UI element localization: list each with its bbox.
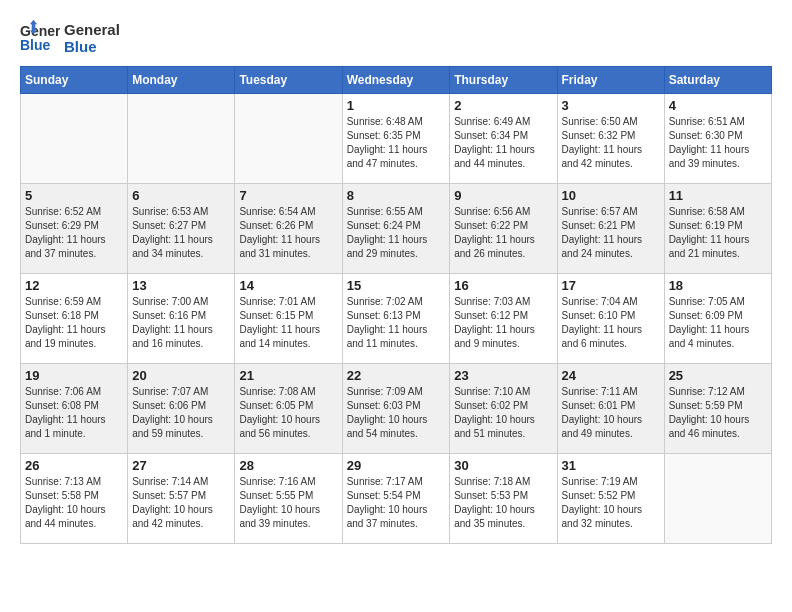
- day-info: Sunrise: 7:11 AM Sunset: 6:01 PM Dayligh…: [562, 385, 660, 441]
- day-info: Sunrise: 6:58 AM Sunset: 6:19 PM Dayligh…: [669, 205, 767, 261]
- day-info: Sunrise: 7:14 AM Sunset: 5:57 PM Dayligh…: [132, 475, 230, 531]
- day-info: Sunrise: 7:05 AM Sunset: 6:09 PM Dayligh…: [669, 295, 767, 351]
- calendar-cell: 25Sunrise: 7:12 AM Sunset: 5:59 PM Dayli…: [664, 364, 771, 454]
- calendar-cell: 5Sunrise: 6:52 AM Sunset: 6:29 PM Daylig…: [21, 184, 128, 274]
- day-info: Sunrise: 7:07 AM Sunset: 6:06 PM Dayligh…: [132, 385, 230, 441]
- day-info: Sunrise: 7:16 AM Sunset: 5:55 PM Dayligh…: [239, 475, 337, 531]
- day-info: Sunrise: 7:02 AM Sunset: 6:13 PM Dayligh…: [347, 295, 446, 351]
- day-info: Sunrise: 7:12 AM Sunset: 5:59 PM Dayligh…: [669, 385, 767, 441]
- day-number: 17: [562, 278, 660, 293]
- day-number: 15: [347, 278, 446, 293]
- day-info: Sunrise: 6:51 AM Sunset: 6:30 PM Dayligh…: [669, 115, 767, 171]
- logo-general: General: [64, 21, 120, 38]
- calendar-cell: 8Sunrise: 6:55 AM Sunset: 6:24 PM Daylig…: [342, 184, 450, 274]
- calendar-header-row: SundayMondayTuesdayWednesdayThursdayFrid…: [21, 67, 772, 94]
- day-info: Sunrise: 7:04 AM Sunset: 6:10 PM Dayligh…: [562, 295, 660, 351]
- calendar-cell: 9Sunrise: 6:56 AM Sunset: 6:22 PM Daylig…: [450, 184, 557, 274]
- day-number: 7: [239, 188, 337, 203]
- weekday-header-sunday: Sunday: [21, 67, 128, 94]
- day-number: 8: [347, 188, 446, 203]
- day-number: 24: [562, 368, 660, 383]
- calendar-cell: 21Sunrise: 7:08 AM Sunset: 6:05 PM Dayli…: [235, 364, 342, 454]
- calendar-week-row: 26Sunrise: 7:13 AM Sunset: 5:58 PM Dayli…: [21, 454, 772, 544]
- day-number: 10: [562, 188, 660, 203]
- calendar-table: SundayMondayTuesdayWednesdayThursdayFrid…: [20, 66, 772, 544]
- day-info: Sunrise: 7:01 AM Sunset: 6:15 PM Dayligh…: [239, 295, 337, 351]
- calendar-cell: 6Sunrise: 6:53 AM Sunset: 6:27 PM Daylig…: [128, 184, 235, 274]
- day-number: 13: [132, 278, 230, 293]
- svg-text:Blue: Blue: [20, 37, 51, 53]
- calendar-week-row: 1Sunrise: 6:48 AM Sunset: 6:35 PM Daylig…: [21, 94, 772, 184]
- calendar-cell: 18Sunrise: 7:05 AM Sunset: 6:09 PM Dayli…: [664, 274, 771, 364]
- calendar-cell: 24Sunrise: 7:11 AM Sunset: 6:01 PM Dayli…: [557, 364, 664, 454]
- calendar-week-row: 5Sunrise: 6:52 AM Sunset: 6:29 PM Daylig…: [21, 184, 772, 274]
- day-number: 16: [454, 278, 552, 293]
- calendar-cell: [21, 94, 128, 184]
- day-info: Sunrise: 6:49 AM Sunset: 6:34 PM Dayligh…: [454, 115, 552, 171]
- calendar-cell: 31Sunrise: 7:19 AM Sunset: 5:52 PM Dayli…: [557, 454, 664, 544]
- page-header: General Blue General Blue: [20, 20, 772, 56]
- calendar-cell: 7Sunrise: 6:54 AM Sunset: 6:26 PM Daylig…: [235, 184, 342, 274]
- calendar-cell: 20Sunrise: 7:07 AM Sunset: 6:06 PM Dayli…: [128, 364, 235, 454]
- calendar-cell: 28Sunrise: 7:16 AM Sunset: 5:55 PM Dayli…: [235, 454, 342, 544]
- weekday-header-monday: Monday: [128, 67, 235, 94]
- calendar-week-row: 12Sunrise: 6:59 AM Sunset: 6:18 PM Dayli…: [21, 274, 772, 364]
- day-number: 11: [669, 188, 767, 203]
- day-number: 12: [25, 278, 123, 293]
- day-info: Sunrise: 7:10 AM Sunset: 6:02 PM Dayligh…: [454, 385, 552, 441]
- day-number: 18: [669, 278, 767, 293]
- day-number: 27: [132, 458, 230, 473]
- day-number: 1: [347, 98, 446, 113]
- day-number: 9: [454, 188, 552, 203]
- day-number: 30: [454, 458, 552, 473]
- day-info: Sunrise: 7:06 AM Sunset: 6:08 PM Dayligh…: [25, 385, 123, 441]
- logo-blue: Blue: [64, 38, 120, 55]
- calendar-cell: 23Sunrise: 7:10 AM Sunset: 6:02 PM Dayli…: [450, 364, 557, 454]
- calendar-cell: 4Sunrise: 6:51 AM Sunset: 6:30 PM Daylig…: [664, 94, 771, 184]
- day-number: 31: [562, 458, 660, 473]
- calendar-week-row: 19Sunrise: 7:06 AM Sunset: 6:08 PM Dayli…: [21, 364, 772, 454]
- calendar-cell: [235, 94, 342, 184]
- calendar-cell: 1Sunrise: 6:48 AM Sunset: 6:35 PM Daylig…: [342, 94, 450, 184]
- day-info: Sunrise: 6:55 AM Sunset: 6:24 PM Dayligh…: [347, 205, 446, 261]
- weekday-header-friday: Friday: [557, 67, 664, 94]
- day-info: Sunrise: 7:18 AM Sunset: 5:53 PM Dayligh…: [454, 475, 552, 531]
- calendar-cell: 2Sunrise: 6:49 AM Sunset: 6:34 PM Daylig…: [450, 94, 557, 184]
- day-number: 21: [239, 368, 337, 383]
- day-number: 3: [562, 98, 660, 113]
- day-info: Sunrise: 6:50 AM Sunset: 6:32 PM Dayligh…: [562, 115, 660, 171]
- day-number: 2: [454, 98, 552, 113]
- day-info: Sunrise: 6:52 AM Sunset: 6:29 PM Dayligh…: [25, 205, 123, 261]
- calendar-cell: 14Sunrise: 7:01 AM Sunset: 6:15 PM Dayli…: [235, 274, 342, 364]
- calendar-cell: 29Sunrise: 7:17 AM Sunset: 5:54 PM Dayli…: [342, 454, 450, 544]
- day-info: Sunrise: 6:53 AM Sunset: 6:27 PM Dayligh…: [132, 205, 230, 261]
- day-number: 28: [239, 458, 337, 473]
- day-number: 5: [25, 188, 123, 203]
- day-number: 19: [25, 368, 123, 383]
- calendar-cell: 27Sunrise: 7:14 AM Sunset: 5:57 PM Dayli…: [128, 454, 235, 544]
- calendar-cell: 3Sunrise: 6:50 AM Sunset: 6:32 PM Daylig…: [557, 94, 664, 184]
- logo: General Blue General Blue: [20, 20, 120, 56]
- day-number: 4: [669, 98, 767, 113]
- day-info: Sunrise: 7:03 AM Sunset: 6:12 PM Dayligh…: [454, 295, 552, 351]
- calendar-cell: 10Sunrise: 6:57 AM Sunset: 6:21 PM Dayli…: [557, 184, 664, 274]
- day-number: 20: [132, 368, 230, 383]
- calendar-cell: 16Sunrise: 7:03 AM Sunset: 6:12 PM Dayli…: [450, 274, 557, 364]
- day-info: Sunrise: 7:00 AM Sunset: 6:16 PM Dayligh…: [132, 295, 230, 351]
- logo-icon: General Blue: [20, 20, 60, 56]
- calendar-cell: 15Sunrise: 7:02 AM Sunset: 6:13 PM Dayli…: [342, 274, 450, 364]
- day-info: Sunrise: 7:17 AM Sunset: 5:54 PM Dayligh…: [347, 475, 446, 531]
- calendar-cell: 30Sunrise: 7:18 AM Sunset: 5:53 PM Dayli…: [450, 454, 557, 544]
- day-number: 22: [347, 368, 446, 383]
- calendar-cell: [664, 454, 771, 544]
- day-info: Sunrise: 7:08 AM Sunset: 6:05 PM Dayligh…: [239, 385, 337, 441]
- day-number: 6: [132, 188, 230, 203]
- weekday-header-saturday: Saturday: [664, 67, 771, 94]
- day-info: Sunrise: 7:19 AM Sunset: 5:52 PM Dayligh…: [562, 475, 660, 531]
- day-number: 23: [454, 368, 552, 383]
- day-info: Sunrise: 6:56 AM Sunset: 6:22 PM Dayligh…: [454, 205, 552, 261]
- calendar-cell: 26Sunrise: 7:13 AM Sunset: 5:58 PM Dayli…: [21, 454, 128, 544]
- day-number: 29: [347, 458, 446, 473]
- weekday-header-thursday: Thursday: [450, 67, 557, 94]
- calendar-cell: 12Sunrise: 6:59 AM Sunset: 6:18 PM Dayli…: [21, 274, 128, 364]
